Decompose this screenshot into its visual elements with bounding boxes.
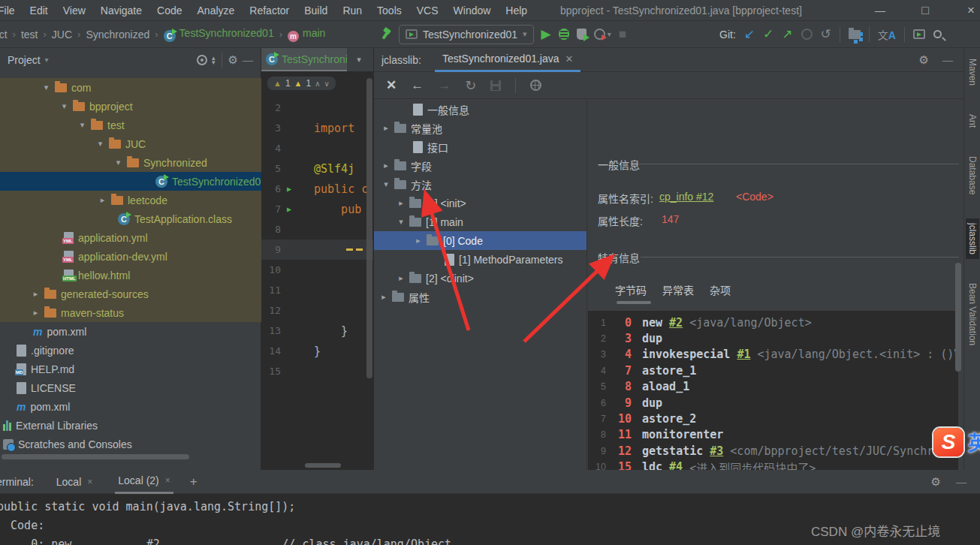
hide-panel-icon[interactable]: — bbox=[956, 477, 966, 487]
editor-line-3[interactable]: 3import bbox=[261, 118, 373, 138]
tree-chevron-icon[interactable]: ▾ bbox=[60, 101, 68, 111]
close-icon[interactable]: × bbox=[165, 475, 170, 486]
run-gutter-icon[interactable]: ▶ bbox=[287, 205, 297, 213]
jclasslib-node-接口[interactable]: 接口 bbox=[374, 137, 586, 156]
git-history-icon[interactable] bbox=[801, 29, 813, 40]
menu-view[interactable]: View bbox=[56, 0, 93, 21]
editor-line-13[interactable]: 13 } bbox=[261, 321, 373, 341]
editor-horizontal-scrollbar[interactable] bbox=[305, 463, 341, 468]
menu-tools[interactable]: Tools bbox=[369, 0, 409, 21]
project-item-bpproject[interactable]: ▾bpproject bbox=[0, 97, 261, 116]
tree-chevron-icon[interactable]: ▾ bbox=[382, 179, 390, 189]
editor-line-12[interactable]: 12 bbox=[261, 300, 373, 321]
forward-icon[interactable]: → bbox=[438, 79, 451, 92]
hide-panel-icon[interactable]: — bbox=[243, 55, 253, 65]
constant-pool-link[interactable]: #2 bbox=[669, 316, 683, 330]
editor-line-14[interactable]: 14} bbox=[261, 341, 373, 361]
project-item-help-md[interactable]: MDHELP.md bbox=[0, 360, 261, 378]
project-item-juc[interactable]: ▾JUC bbox=[0, 134, 261, 153]
reload-icon[interactable]: ↻ bbox=[465, 79, 476, 92]
detail-tab-0[interactable]: 字节码 bbox=[615, 282, 647, 297]
project-item-license[interactable]: LICENSE bbox=[0, 378, 261, 397]
gear-icon[interactable]: ⚙ bbox=[228, 53, 238, 67]
project-item-test[interactable]: ▾test bbox=[0, 116, 261, 134]
bytecode-row[interactable]: 912getstatic#3<com/bpproject/test/JUC/Sy… bbox=[588, 443, 958, 459]
changed-files-icon[interactable] bbox=[849, 30, 861, 39]
run-gutter-icon[interactable]: ▶ bbox=[287, 185, 297, 193]
close-button[interactable]: × bbox=[958, 0, 980, 21]
editor-line-8[interactable]: 8 bbox=[261, 219, 373, 239]
menu-edit[interactable]: Edit bbox=[23, 0, 56, 21]
jclasslib-node--0-init-[interactable]: ▸[0] <init> bbox=[374, 194, 586, 212]
project-item-maven-status[interactable]: ▸maven-status bbox=[0, 303, 261, 322]
menu-build[interactable]: Build bbox=[297, 0, 335, 21]
project-item-hellow-html[interactable]: HTMLhellow.html bbox=[0, 266, 261, 285]
menu-file[interactable]: File bbox=[0, 0, 23, 21]
jclasslib-node--2-clinit-[interactable]: ▸[2] <clinit> bbox=[374, 269, 586, 288]
collapse-all-icon[interactable]: ▴▾ bbox=[212, 56, 216, 65]
gear-icon[interactable]: ⚙ bbox=[919, 53, 929, 67]
terminal-tab[interactable]: Local× bbox=[53, 470, 95, 494]
project-item-application-yml[interactable]: YMLapplication.yml bbox=[0, 228, 261, 247]
breadcrumb-item[interactable]: Synchronized bbox=[86, 29, 149, 41]
git-rollback-button[interactable]: ↺ bbox=[821, 28, 831, 41]
bytecode-row[interactable]: 23dup bbox=[588, 330, 958, 346]
project-view-select[interactable]: Project bbox=[8, 54, 41, 66]
menu-navigate[interactable]: Navigate bbox=[93, 0, 149, 21]
project-item-pom-xml[interactable]: mpom.xml bbox=[0, 397, 261, 416]
constant-pool-link[interactable]: #1 bbox=[737, 348, 750, 361]
jclasslib-node-常量池[interactable]: ▸常量池 bbox=[374, 119, 586, 137]
git-commit-button[interactable]: ✓ bbox=[763, 28, 773, 41]
close-icon[interactable]: × bbox=[87, 477, 92, 487]
bytecode-row[interactable]: 58aload_1 bbox=[588, 379, 958, 395]
constant-pool-link[interactable]: #3 bbox=[710, 444, 723, 458]
breadcrumb-item[interactable]: mmain bbox=[288, 27, 325, 42]
jclasslib-file-tab[interactable]: TestSynchronized01.java ✕ bbox=[435, 48, 581, 72]
git-push-button[interactable]: ↗ bbox=[782, 28, 792, 41]
tree-chevron-icon[interactable]: ▸ bbox=[98, 195, 107, 205]
profiler-button[interactable]: ▾ bbox=[594, 29, 611, 40]
editor-line-7[interactable]: 7▶ pub bbox=[261, 199, 373, 219]
minimize-button[interactable]: — bbox=[867, 0, 893, 21]
jclasslib-node--0-code[interactable]: ▸[0] Code bbox=[374, 231, 586, 250]
project-item--gitignore[interactable]: .gitignore bbox=[0, 341, 261, 360]
tree-chevron-icon[interactable]: ▸ bbox=[32, 289, 40, 299]
jclasslib-node-属性[interactable]: ▸属性 bbox=[374, 288, 586, 306]
menu-refactor[interactable]: Refactor bbox=[242, 0, 297, 21]
search-icon[interactable] bbox=[933, 30, 942, 38]
inspections-widget[interactable]: ▲1 ▲1 ∧∨ bbox=[267, 77, 336, 90]
tool-stripe-database[interactable]: Database bbox=[966, 152, 979, 199]
tool-stripe-ant[interactable]: Ant bbox=[966, 110, 979, 132]
bytecode-listing[interactable]: 10new#2<java/lang/Object>23dup34invokesp… bbox=[588, 311, 958, 470]
locate-file-icon[interactable] bbox=[197, 55, 207, 65]
save-icon[interactable] bbox=[490, 80, 501, 91]
editor-vertical-scrollbar[interactable] bbox=[366, 78, 372, 378]
jclasslib-node-字段[interactable]: ▸字段 bbox=[374, 156, 586, 175]
tree-chevron-icon[interactable]: ▾ bbox=[96, 139, 104, 149]
cp-info-link[interactable]: cp_info #12 bbox=[659, 191, 713, 203]
editor-line-6[interactable]: 6▶public c bbox=[261, 179, 373, 199]
tree-chevron-icon[interactable]: ▸ bbox=[397, 198, 405, 208]
bytecode-scrollbar[interactable] bbox=[955, 263, 961, 372]
tool-stripe-bean-validation[interactable]: Bean Validation bbox=[966, 279, 979, 350]
constant-pool-link[interactable]: #4 bbox=[669, 460, 683, 470]
bytecode-row[interactable]: 811monitorenter bbox=[588, 427, 958, 443]
detail-tab-1[interactable]: 异常表 bbox=[662, 282, 694, 297]
tree-chevron-icon[interactable]: ▾ bbox=[42, 83, 50, 92]
tree-chevron-icon[interactable]: ▾ bbox=[78, 120, 86, 130]
jclasslib-node-一般信息[interactable]: 一般信息 bbox=[374, 100, 586, 119]
menu-window[interactable]: Window bbox=[446, 0, 499, 21]
terminal-tab[interactable]: Local (2)× bbox=[115, 470, 173, 494]
tree-chevron-icon[interactable]: ▸ bbox=[415, 236, 422, 245]
jclasslib-node--1-methodparameters[interactable]: [1] MethodParameters bbox=[374, 250, 586, 269]
project-item-com[interactable]: ▾com bbox=[0, 78, 261, 97]
editor-tab[interactable]: C TestSynchronized01.java bbox=[261, 48, 347, 71]
debug-button[interactable] bbox=[559, 29, 569, 40]
gear-icon[interactable]: ⚙ bbox=[931, 475, 941, 489]
detail-tab-2[interactable]: 杂项 bbox=[710, 282, 731, 297]
breadcrumb-item[interactable]: JUC bbox=[52, 29, 72, 41]
project-item-leetcode[interactable]: ▸leetcode bbox=[0, 191, 261, 209]
menu-help[interactable]: Help bbox=[498, 0, 535, 21]
project-item-synchronized[interactable]: ▾Synchronized bbox=[0, 153, 261, 172]
project-item-testapplication-class[interactable]: CTestApplication.class bbox=[0, 209, 261, 228]
